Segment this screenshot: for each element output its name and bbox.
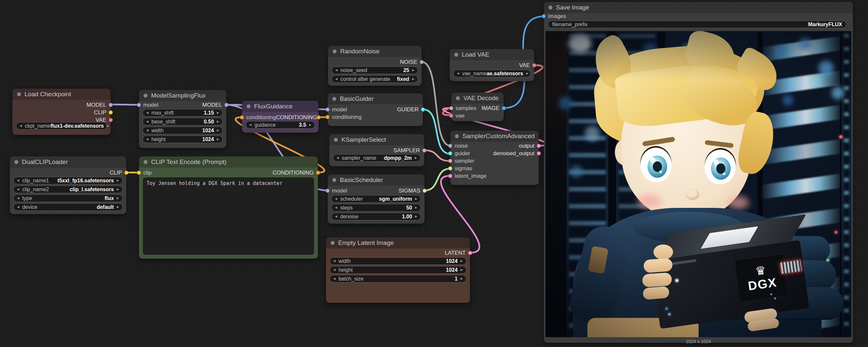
widget-increment-arrow[interactable]: ▶ [217,111,219,114]
collapse-dot[interactable] [17,92,21,96]
widget-increment-arrow[interactable]: ▶ [415,197,417,200]
widget-batch-size[interactable]: ◀batch_size1▶ [330,275,466,283]
output-port-conditioning[interactable] [316,171,320,175]
widget-height[interactable]: ◀height1024▶ [330,266,466,274]
output-port-model[interactable] [108,103,113,107]
widget-scheduler[interactable]: ◀schedulersgm_uniform▶ [331,195,421,203]
widget-max-shift[interactable]: ◀max_shift1.15▶ [143,109,223,117]
widget-increment-arrow[interactable]: ▶ [415,215,417,218]
widget-increment-arrow[interactable]: ▶ [412,69,414,72]
collapse-dot[interactable] [334,138,338,142]
widget-decrement-arrow[interactable]: ◀ [333,260,336,263]
output-port-clip[interactable] [108,110,113,115]
node-model-sampling-flux[interactable]: ModelSamplingFluxmodelMODEL◀max_shift1.1… [139,90,226,148]
widget-decrement-arrow[interactable]: ◀ [146,111,149,114]
collapse-dot[interactable] [144,94,148,97]
input-port-model[interactable] [137,103,141,107]
input-port-conditioning[interactable] [240,115,244,119]
input-port-latent-image[interactable] [448,174,452,178]
widget-decrement-arrow[interactable]: ◀ [17,206,19,208]
widget-increment-arrow[interactable]: ▶ [217,138,219,141]
collapse-dot[interactable] [332,97,336,101]
widget-denoise[interactable]: ◀denoise1.00▶ [331,213,421,220]
collapse-dot[interactable] [454,53,458,57]
node-basic-guider[interactable]: BasicGuidermodelGUIDERconditioning [328,93,423,126]
node-sampler-custom-advanced[interactable]: SamplerCustomAdvancednoiseoutputguiderde… [451,131,539,185]
widget-increment-arrow[interactable]: ▶ [107,124,109,127]
collapse-dot[interactable] [455,134,459,138]
widget-decrement-arrow[interactable]: ◀ [17,188,19,191]
widget-decrement-arrow[interactable]: ◀ [17,179,19,182]
input-port-images[interactable] [541,14,546,18]
collapse-dot[interactable] [14,160,18,164]
widget-increment-arrow[interactable]: ▶ [415,206,417,209]
node-clip-text-encode[interactable]: CLIP Text Encode (Prompt)clipCONDITIONIN… [139,156,318,259]
output-port-latent[interactable] [468,251,472,255]
output-port-noise[interactable] [420,60,424,64]
widget-increment-arrow[interactable]: ▶ [415,156,417,160]
node-load-vae[interactable]: Load VAEVAE◀vae_nameae.safetensors▶ [450,49,534,81]
widget-increment-arrow[interactable]: ▶ [217,129,219,132]
widget-increment-arrow[interactable]: ▶ [117,206,119,208]
widget-guidance[interactable]: ◀guidance3.5▶ [246,121,315,129]
widget-increment-arrow[interactable]: ▶ [412,78,414,81]
widget-steps[interactable]: ◀steps50▶ [331,204,421,211]
output-port-output[interactable] [537,144,541,148]
widget-width[interactable]: ◀width1024▶ [143,127,223,134]
widget-vae-name[interactable]: ◀vae_nameae.safetensors▶ [453,70,530,77]
widget-clip-name1[interactable]: ◀clip_name1t5xxl_fp16.safetensors▶ [13,177,123,184]
input-port-clip[interactable] [137,171,141,175]
output-port-model[interactable] [224,103,228,107]
widget-ckpt-name[interactable]: ◀ckpt_nameflux1-dev.safetensors▶ [16,122,107,129]
widget-base-shift[interactable]: ◀base_shift0.50▶ [143,118,223,125]
widget-decrement-arrow[interactable]: ◀ [17,197,19,200]
node-vae-decode[interactable]: VAE DecodesamplesIMAGEvae [451,93,504,121]
graph-canvas[interactable]: Load CheckpointMODELCLIPVAE◀ckpt_nameflu… [0,0,868,347]
widget-decrement-arrow[interactable]: ◀ [333,268,336,271]
widget-height[interactable]: ◀height1024▶ [143,136,223,143]
input-port-noise[interactable] [448,144,452,148]
input-port-sampler[interactable] [448,159,452,163]
node-load-checkpoint[interactable]: Load CheckpointMODELCLIPVAE◀ckpt_nameflu… [12,89,111,135]
widget-decrement-arrow[interactable]: ◀ [335,197,337,200]
output-port-image[interactable] [502,106,506,110]
widget-increment-arrow[interactable]: ▶ [117,188,119,191]
input-port-model[interactable] [326,107,330,112]
widget-decrement-arrow[interactable]: ◀ [335,69,338,72]
collapse-dot[interactable] [549,6,552,9]
widget-decrement-arrow[interactable]: ◀ [333,277,336,280]
widget-decrement-arrow[interactable]: ◀ [146,129,149,132]
input-port-vae[interactable] [449,114,453,118]
widget-increment-arrow[interactable]: ▶ [461,268,463,271]
node-empty-latent-image[interactable]: Empty Latent ImageLATENT◀width1024▶◀heig… [326,237,470,303]
widget-filename-prefix[interactable]: filename_prefix MarkuryFLUX [548,21,846,28]
collapse-dot[interactable] [456,96,460,100]
widget-width[interactable]: ◀width1024▶ [330,257,466,265]
widget-decrement-arrow[interactable]: ◀ [337,156,339,160]
widget-increment-arrow[interactable]: ▶ [461,260,463,263]
node-dual-clip-loader[interactable]: DualCLIPLoaderCLIP◀clip_name1t5xxl_fp16.… [10,156,126,214]
widget-increment-arrow[interactable]: ▶ [117,179,119,182]
widget-sampler-name[interactable]: ◀sampler_namedpmpp_2m▶ [333,154,421,162]
output-port-sampler[interactable] [422,148,427,152]
widget-increment-arrow[interactable]: ▶ [309,123,311,126]
widget-clip-name2[interactable]: ◀clip_name2clip_l.safetensors▶ [13,185,123,193]
input-port-samples[interactable] [449,106,453,110]
node-save-image[interactable]: Save Image images filename_prefix Markur… [544,2,853,343]
collapse-dot[interactable] [332,178,336,182]
output-port-clip[interactable] [124,171,128,175]
widget-increment-arrow[interactable]: ▶ [117,197,119,200]
output-port-denoised-output[interactable] [537,151,541,155]
widget-decrement-arrow[interactable]: ◀ [146,138,149,141]
node-random-noise[interactable]: RandomNoiseNOISE◀noise_seed25▶◀control a… [328,46,422,86]
node-ksampler-select[interactable]: KSamplerSelectSAMPLER◀sampler_namedpmpp_… [329,134,424,166]
output-port-conditioning[interactable] [317,115,321,119]
widget-decrement-arrow[interactable]: ◀ [20,124,22,127]
collapse-dot[interactable] [144,160,148,164]
output-port-vae[interactable] [532,63,536,67]
collapse-dot[interactable] [331,241,335,245]
widget-decrement-arrow[interactable]: ◀ [335,78,338,81]
widget-decrement-arrow[interactable]: ◀ [457,72,459,75]
widget-increment-arrow[interactable]: ▶ [526,72,529,75]
node-basic-scheduler[interactable]: BasicSchedulermodelSIGMAS◀schedulersgm_u… [328,174,425,224]
